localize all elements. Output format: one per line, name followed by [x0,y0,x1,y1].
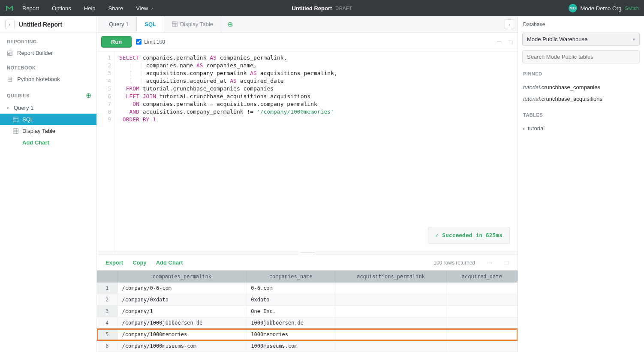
database-select[interactable]: Mode Public Warehouse ▾ [522,33,640,46]
query-name: Query 1 [14,105,33,111]
pinned-section-label: PINNED [522,68,640,77]
menu-help[interactable]: Help [84,5,96,12]
sql-grid-icon [13,117,19,122]
database-label: Database [522,21,640,27]
col-header[interactable]: companies_name [247,271,335,283]
limit-checkbox-input[interactable] [136,39,141,45]
table-row[interactable]: 5/company/1000memories1000memories [97,329,518,340]
sidebar-display-table-item[interactable]: Display Table [0,125,96,137]
tables-tree-label: tutorial [528,125,545,132]
status-text: Succeeded in 625ms [442,232,503,239]
tables-section-label: TABLES [522,109,640,118]
table-row[interactable]: 3/company/1One Inc. [97,306,518,317]
menu-report[interactable]: Report [22,5,39,12]
table-search-input[interactable] [527,54,635,60]
tables-tree-item[interactable]: ▸ tutorial [522,123,640,134]
check-icon: ✓ [435,232,439,239]
svg-rect-3 [11,51,12,54]
export-link[interactable]: Export [105,259,123,266]
maximize-icon[interactable]: ◻ [509,39,513,45]
pinned-table-item[interactable]: tutorial.crunchbase_companies [522,81,640,93]
menu-options[interactable]: Options [52,5,71,12]
tabbar: Query 1 SQL Display Table ⊕ › [97,16,518,33]
svg-rect-15 [172,22,177,27]
svg-rect-10 [13,129,18,133]
external-arrow-icon: ↗ [149,6,153,11]
nav-python-notebook[interactable]: Python Notebook [0,73,96,85]
col-rownum [97,271,117,283]
copy-link[interactable]: Copy [132,259,147,266]
caret-down-icon: ▾ [7,106,11,110]
svg-rect-7 [13,117,18,122]
pane-resize-handle[interactable] [97,252,518,255]
sidebar-display-table-label: Display Table [22,128,55,134]
sidebar-sql-item[interactable]: SQL [0,114,96,125]
tab-scroll-right[interactable]: › [505,19,514,29]
results-table-wrap[interactable]: companies_permalinkcompanies_nameacquisi… [97,270,518,352]
col-header[interactable]: acquisitions_permalink [335,271,446,283]
svg-rect-1 [9,53,9,55]
col-header[interactable]: acquired_date [446,271,518,283]
sidebar-report-name: Untitled Report [19,21,62,28]
table-row[interactable]: 1/company/0-6-com0-6.com [97,283,518,294]
table-row[interactable]: 2/company/0xdata0xdata [97,294,518,306]
report-title-area: Untitled Report DRAFT [292,5,352,12]
back-button[interactable]: ‹ [5,20,15,29]
query-tree-item[interactable]: ▾ Query 1 [0,102,96,114]
line-gutter: 123456789 [97,51,115,252]
report-title[interactable]: Untitled Report [292,5,332,12]
add-query-button[interactable]: ⊕ [86,91,91,99]
rows-returned: 100 rows returned [433,260,475,266]
tab-sql[interactable]: SQL [137,16,164,32]
code-area[interactable]: SELECT companies.permalink AS companies_… [115,51,518,252]
limit-label: Limit 100 [144,39,165,45]
table-search[interactable] [522,50,640,63]
report-builder-icon [7,50,14,56]
editor-toolbar: Run Limit 100 ▭ ◻ [97,33,518,51]
org-avatar-icon[interactable]: MO [569,4,577,12]
results-maximize-icon[interactable]: ◻ [504,259,509,266]
right-panel: Database Mode Public Warehouse ▾ PINNED … [518,16,644,352]
status-card: ✓ Succeeded in 625ms [428,227,510,244]
pinned-table-item[interactable]: tutorial.crunchbase_acquisitions [522,93,640,105]
sidebar-add-chart[interactable]: Add Chart [0,137,96,148]
col-header[interactable]: companies_permalink [117,271,247,283]
add-chart-link[interactable]: Add Chart [156,259,183,266]
run-button[interactable]: Run [101,36,132,48]
database-value: Mode Public Warehouse [527,36,587,42]
table-icon [172,21,178,27]
main-area: Query 1 SQL Display Table ⊕ › Run Limit … [97,16,518,352]
section-reporting: REPORTING [0,33,96,47]
tab-query[interactable]: Query 1 [101,16,137,32]
caret-right-icon: ▸ [523,126,525,131]
nav-report-builder[interactable]: Report Builder [0,47,96,59]
nav-python-notebook-label: Python Notebook [17,76,60,82]
draft-badge: DRAFT [335,6,352,11]
section-notebook: NOTEBOOK [0,59,96,73]
minimize-icon[interactable]: ▭ [497,39,502,45]
tab-display-table[interactable]: Display Table [164,16,221,32]
limit-checkbox[interactable]: Limit 100 [136,39,165,45]
switch-org-link[interactable]: Switch [625,6,639,11]
mode-logo-icon[interactable] [5,4,14,12]
section-queries: QUERIES [7,93,30,98]
topbar: Report Options Help Share View ↗ Untitle… [0,0,644,16]
results-minimize-icon[interactable]: ▭ [487,259,492,266]
select-caret-icon: ▾ [633,37,635,42]
sidebar-sql-label: SQL [22,116,33,123]
nav-report-builder-label: Report Builder [17,50,53,56]
menu-view[interactable]: View ↗ [136,5,153,12]
top-menu: Report Options Help Share View ↗ [22,5,153,12]
notebook-icon [7,76,14,82]
table-row[interactable]: 6/company/1000museums-com1000museums.com [97,340,518,352]
left-sidebar: ‹ Untitled Report REPORTING Report Build… [0,16,97,352]
menu-share[interactable]: Share [108,5,123,12]
sql-editor[interactable]: 123456789 SELECT companies.permalink AS … [97,51,518,252]
table-icon [13,128,19,134]
results-toolbar: Export Copy Add Chart 100 rows returned … [97,255,518,270]
org-name[interactable]: Mode Demo Org [581,5,622,12]
tab-add-button[interactable]: ⊕ [221,16,239,32]
svg-rect-2 [9,52,10,54]
results-table: companies_permalinkcompanies_nameacquisi… [97,271,518,352]
table-row[interactable]: 4/company/1000jobboersen-de1000jobboerse… [97,317,518,329]
